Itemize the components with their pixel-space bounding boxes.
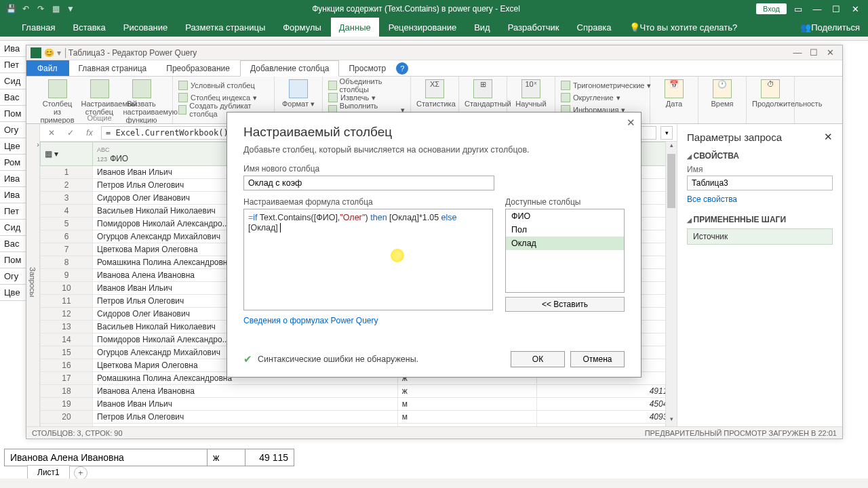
scientific-button[interactable]: 10ˣНаучный <box>513 79 549 108</box>
formula-help-link[interactable]: Сведения о формулах Power Query <box>243 316 378 325</box>
tab-draw[interactable]: Рисование <box>115 18 176 37</box>
close-icon[interactable]: ✕ <box>848 4 863 14</box>
tab-formulas[interactable]: Формулы <box>275 18 330 37</box>
pq-help-icon[interactable]: ? <box>396 62 408 75</box>
tab-data[interactable]: Данные <box>331 18 379 37</box>
no-errors-label: Синтаксические ошибки не обнаружены. <box>258 354 505 364</box>
properties-section[interactable]: СВОЙСТВА <box>687 151 833 161</box>
fx-accept-icon[interactable]: ✓ <box>63 128 78 138</box>
row-index-header[interactable]: ▦ ▾ <box>41 142 93 166</box>
all-properties-link[interactable]: Все свойства <box>687 195 833 204</box>
tab-home[interactable]: Главная <box>14 18 63 37</box>
cursor-highlight-icon <box>391 249 404 262</box>
save-icon[interactable]: 💾 <box>5 3 16 14</box>
date-button[interactable]: 📅Дата <box>656 79 692 108</box>
cell-c[interactable]: 49 115 <box>245 449 294 466</box>
status-columns-rows: СТОЛБЦОВ: 3, СТРОК: 90 <box>32 429 123 437</box>
tab-layout[interactable]: Разметка страницы <box>177 18 273 37</box>
query-name-input[interactable] <box>687 176 833 190</box>
pq-close-icon[interactable]: ✕ <box>822 47 838 58</box>
pq-title: Таблица3 - Редактор Power Query <box>68 48 197 58</box>
applied-steps-section[interactable]: ПРИМЕНЕННЫЕ ШАГИ <box>687 215 833 224</box>
scroll-thumb[interactable] <box>667 154 675 208</box>
pq-tab-transform[interactable]: Преобразование <box>157 60 240 76</box>
cell-b[interactable]: ж <box>208 449 245 466</box>
cell-a[interactable]: Иванова Алена Ивановна <box>4 449 208 466</box>
merge-columns-button[interactable]: Объединить столбцы <box>328 79 405 92</box>
share-button[interactable]: 👥 Поделиться <box>792 18 868 37</box>
formula-label: Настраиваемая формула столбца <box>243 197 493 207</box>
tab-help[interactable]: Справка <box>569 18 620 37</box>
pq-tab-addcolumn[interactable]: Добавление столбца <box>240 60 340 77</box>
column-from-examples-button[interactable]: Столбец из примеров <box>39 79 76 124</box>
pq-maximize-icon[interactable]: ☐ <box>806 47 822 58</box>
maximize-icon[interactable]: ☐ <box>829 4 844 14</box>
redo-icon[interactable]: ↷ <box>35 3 46 14</box>
qat-icon[interactable]: ▼ <box>65 3 76 14</box>
fx-icon[interactable]: fx <box>82 128 97 138</box>
time-button[interactable]: 🕐Время <box>704 79 741 108</box>
excel-icon <box>31 47 41 58</box>
tab-insert[interactable]: Вставка <box>64 18 113 37</box>
dialog-title: Настраиваемый столбец <box>243 125 625 140</box>
pq-status-bar: СТОЛБЦОВ: 3, СТРОК: 90 ПРЕДВАРИТЕЛЬНЫЙ П… <box>26 426 842 439</box>
add-sheet-icon[interactable]: + <box>74 466 87 480</box>
tab-developer[interactable]: Разработчик <box>500 18 568 37</box>
table-row[interactable]: 20Петров Илья Олеговичм40938 <box>41 411 677 424</box>
close-pane-icon[interactable]: ✕ <box>824 131 833 143</box>
available-columns-list[interactable]: ФИОПолОклад <box>505 209 625 293</box>
ok-button[interactable]: ОК <box>511 351 565 367</box>
table-row[interactable]: 18Иванова Алена Ивановнаж49115 <box>41 385 677 398</box>
excel-ribbon-tabs: Главная Вставка Рисование Разметка стран… <box>0 18 868 37</box>
minimize-icon[interactable]: — <box>810 4 825 14</box>
table-row[interactable]: 21Сидоров Олег Ивановичм45583 <box>41 424 677 427</box>
checkmark-icon: ✔ <box>243 353 252 365</box>
undo-icon[interactable]: ↶ <box>20 3 31 14</box>
new-column-name-label: Имя нового столбца <box>243 164 625 174</box>
ribbon-mode-icon[interactable]: ▭ <box>791 4 806 14</box>
standard-button[interactable]: ⊞Стандартный <box>465 79 501 108</box>
format-button[interactable]: Формат ▾ <box>280 79 317 108</box>
fx-cancel-icon[interactable]: ✕ <box>44 128 59 138</box>
login-button[interactable]: Вход <box>756 3 787 14</box>
queries-pane[interactable]: › Запросы <box>26 124 40 426</box>
new-column-name-input[interactable] <box>243 176 494 190</box>
tellme-label: Что вы хотите сделать? <box>640 22 738 33</box>
pq-minimize-icon[interactable]: — <box>789 47 806 58</box>
dialog-close-icon[interactable]: ✕ <box>627 117 635 129</box>
table-row[interactable]: 19Иванов Иван Ильичм45047 <box>41 398 677 411</box>
pq-tab-home[interactable]: Главная страница <box>69 60 157 76</box>
excel-titlebar: 💾 ↶ ↷ ▦ ▼ Функция содержит (Text.Contain… <box>0 0 868 18</box>
custom-column-dialog: ✕ Настраиваемый столбец Добавьте столбец… <box>226 112 642 378</box>
formula-dropdown-icon[interactable]: ▾ <box>660 126 673 140</box>
grid-scrollbar[interactable]: ▴ ▾ <box>665 142 677 426</box>
excel-bottom-row: Иванова Алена Ивановна ж 49 115 <box>4 447 868 468</box>
query-settings-title: Параметры запроса <box>687 131 782 143</box>
duration-button[interactable]: ⏱Продолжительность <box>752 79 789 108</box>
cancel-button[interactable]: Отмена <box>570 351 625 367</box>
name-label: Имя <box>687 165 833 174</box>
pq-tab-file[interactable]: Файл <box>26 60 69 76</box>
available-column-item[interactable]: Оклад <box>506 237 624 250</box>
tab-review[interactable]: Рецензирование <box>380 18 465 37</box>
status-preview-time: ПРЕДВАРИТЕЛЬНЫЙ ПРОСМОТР ЗАГРУЖЕН В 22:0… <box>645 429 837 437</box>
rounding-button[interactable]: Округление ▾ <box>561 92 620 104</box>
statistics-button[interactable]: XΣСтатистика <box>416 79 453 108</box>
insert-button[interactable]: << Вставить <box>505 297 625 312</box>
step-source[interactable]: Источник <box>687 228 833 245</box>
available-columns-label: Доступные столбцы <box>505 197 625 207</box>
qat-icon[interactable]: ▦ <box>50 3 61 14</box>
pq-tab-view[interactable]: Просмотр <box>339 60 396 76</box>
available-column-item[interactable]: ФИО <box>506 209 624 223</box>
trig-button[interactable]: Тригонометрические ▾ <box>561 79 651 92</box>
group-general-label: Общие <box>87 114 111 122</box>
invoke-function-button[interactable]: Вызвать настраиваемую функцию <box>123 79 160 124</box>
available-column-item[interactable]: Пол <box>506 223 624 237</box>
tellme[interactable]: 💡 Что вы хотите сделать? <box>621 18 746 37</box>
formula-editor[interactable]: =if Text.Contains([ФИО],"Олег") then [Ок… <box>243 209 493 310</box>
conditional-column-button[interactable]: Условный столбец <box>178 79 255 92</box>
scroll-down-icon[interactable]: ▾ <box>666 415 677 426</box>
tab-view[interactable]: Вид <box>466 18 498 37</box>
scroll-up-icon[interactable]: ▴ <box>666 142 677 152</box>
workbook-title: Функция содержит (Text.Contains) в power… <box>76 4 756 14</box>
